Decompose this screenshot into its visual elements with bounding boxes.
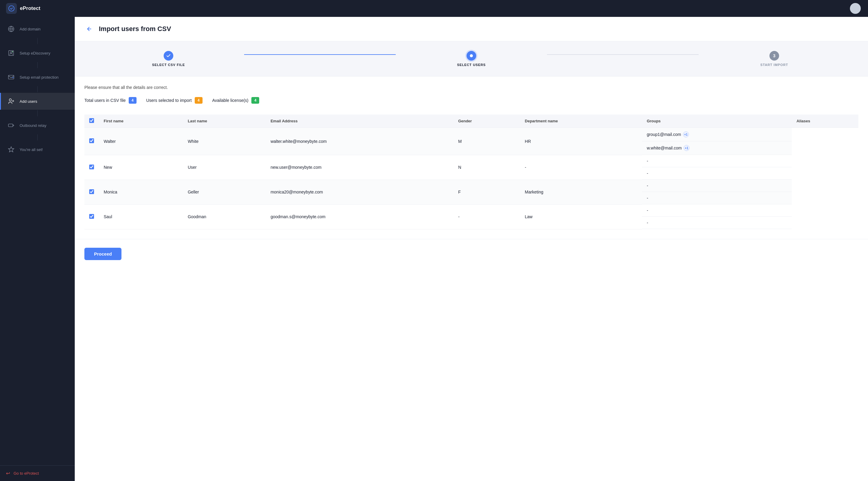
row-email: monica20@moneybyte.com (266, 180, 453, 204)
col-header-gender: Gender (453, 115, 520, 128)
col-header-lastname: Last name (183, 115, 266, 128)
row-groups: - (642, 204, 792, 217)
row-checkbox[interactable] (89, 214, 94, 219)
sidebar-item-all-set[interactable]: You're all set! (0, 141, 75, 158)
row-gender: F (453, 180, 520, 204)
svg-rect-7 (8, 124, 13, 127)
go-to-eprotect-icon: ↩ (6, 471, 10, 476)
step-label-3: START IMPORT (761, 63, 788, 67)
app-logo-icon (6, 3, 17, 14)
step-select-users: SELECT USERS (396, 51, 547, 67)
row-aliases: - (642, 217, 792, 229)
sidebar-label-add-domain: Add domain (20, 27, 40, 31)
table-header-row: First name Last name Email Address Gende… (84, 115, 858, 128)
sidebar: eProtect Add domain (0, 0, 75, 481)
go-to-eprotect-link[interactable]: ↩ Go to eProtect (6, 471, 69, 476)
step-number-3: 3 (773, 53, 775, 58)
sidebar-item-add-users[interactable]: Add users (0, 93, 75, 110)
col-header-department: Department name (520, 115, 642, 128)
back-button[interactable] (84, 24, 94, 34)
sidebar-item-ediscovery[interactable]: Setup eDiscovery (0, 44, 75, 62)
users-table-container: First name Last name Email Address Gende… (75, 115, 868, 229)
sidebar-label-ediscovery: Setup eDiscovery (20, 51, 50, 56)
row-checkbox-cell (84, 180, 99, 204)
main-content: Import users from CSV SELECT CSV FILE (75, 0, 868, 481)
row-gender: - (453, 204, 520, 229)
row-lastname: User (183, 155, 266, 180)
step-label-1: SELECT CSV FILE (152, 63, 185, 67)
row-aliases: w.white@mail.com+1 (642, 141, 792, 155)
row-firstname: New (99, 155, 183, 180)
row-lastname: Geller (183, 180, 266, 204)
select-all-checkbox[interactable] (89, 118, 94, 123)
svg-rect-5 (8, 75, 14, 79)
stepper: SELECT CSV FILE SELECT USERS 3 STAR (75, 41, 868, 76)
sidebar-item-outbound-relay[interactable]: Outbound relay (0, 117, 75, 134)
stat-label-licenses: Available license(s) (212, 98, 248, 103)
sidebar-label-email-protection: Setup email protection (20, 75, 59, 79)
sidebar-item-add-domain[interactable]: Add domain (0, 21, 75, 37)
row-firstname: Walter (99, 128, 183, 155)
globe-icon (7, 25, 16, 33)
row-checkbox[interactable] (89, 189, 94, 194)
step-connector-2 (547, 54, 698, 55)
row-groups: - (642, 155, 792, 167)
step-connector-1 (244, 54, 396, 55)
row-lastname: Goodman (183, 204, 266, 229)
sidebar-item-email-protection[interactable]: Setup email protection (0, 69, 75, 86)
proceed-button[interactable]: Proceed (84, 248, 121, 260)
stat-licenses: Available license(s) 4 (212, 97, 259, 104)
page-footer: Proceed (75, 239, 868, 268)
step-circle-1 (164, 51, 173, 61)
stats-row: Total users in CSV file 4 Users selected… (84, 97, 858, 104)
summary-note: Please ensure that all the details are c… (84, 85, 858, 90)
row-firstname: Monica (99, 180, 183, 204)
groups-extra-badge: +1 (683, 131, 689, 137)
row-department: - (520, 155, 642, 180)
row-aliases: - (642, 167, 792, 180)
row-email: goodman.s@moneybyte.com (266, 204, 453, 229)
row-email: walter.white@moneybyte.com (266, 128, 453, 155)
sidebar-divider-2 (37, 62, 38, 68)
stat-label-selected: Users selected to import (146, 98, 192, 103)
step-circle-2 (467, 51, 476, 61)
user-avatar[interactable] (850, 3, 861, 14)
row-email: new.user@moneybyte.com (266, 155, 453, 180)
row-gender: M (453, 128, 520, 155)
row-groups: group1@mail.com+1 (642, 128, 792, 141)
sidebar-divider-3 (37, 86, 38, 92)
table-row: SaulGoodmangoodman.s@moneybyte.com-Law-- (84, 204, 858, 229)
svg-point-0 (9, 6, 14, 11)
table-row: NewUsernew.user@moneybyte.comN--- (84, 155, 858, 180)
col-header-aliases: Aliases (792, 115, 858, 128)
email-protection-icon (7, 73, 16, 82)
table-row: MonicaGellermonica20@moneybyte.comFMarke… (84, 180, 858, 204)
col-header-email: Email Address (266, 115, 453, 128)
row-checkbox[interactable] (89, 138, 94, 143)
go-to-eprotect-label: Go to eProtect (13, 471, 39, 476)
svg-point-3 (10, 52, 12, 53)
sidebar-divider-4 (37, 110, 38, 116)
sidebar-header: eProtect (0, 0, 75, 17)
svg-point-6 (9, 99, 11, 101)
row-checkbox-cell (84, 128, 99, 155)
all-set-icon (7, 145, 16, 154)
sidebar-divider-1 (37, 38, 38, 44)
sidebar-divider-5 (37, 134, 38, 140)
row-checkbox-cell (84, 204, 99, 229)
step-label-2: SELECT USERS (457, 63, 486, 67)
page-container: Import users from CSV SELECT CSV FILE (75, 17, 868, 481)
step-start-import: 3 START IMPORT (699, 51, 850, 67)
row-checkbox[interactable] (89, 165, 94, 169)
users-table: First name Last name Email Address Gende… (84, 115, 858, 229)
page-header: Import users from CSV (75, 17, 868, 41)
sidebar-label-add-users: Add users (20, 99, 37, 104)
row-lastname: White (183, 128, 266, 155)
topbar (75, 0, 868, 17)
table-row: WalterWhitewalter.white@moneybyte.comMHR… (84, 128, 858, 155)
row-groups: - (642, 180, 792, 192)
row-aliases: - (642, 192, 792, 204)
row-checkbox-cell (84, 155, 99, 180)
stat-badge-licenses: 4 (251, 97, 259, 104)
col-header-checkbox (84, 115, 99, 128)
